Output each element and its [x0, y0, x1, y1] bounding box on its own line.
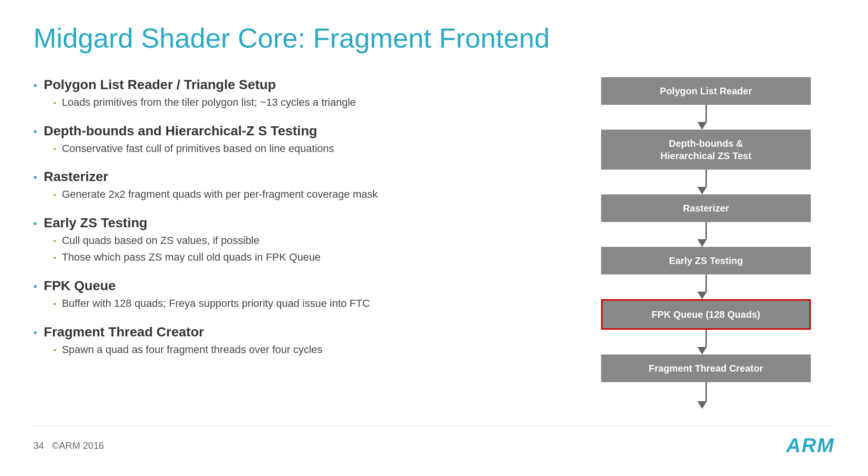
bullet-marker: ▪ [33, 326, 37, 339]
bullet-section-depth: ▪ Depth-bounds and Hierarchical-Z S Test… [33, 123, 558, 156]
arm-logo: ARM [786, 434, 835, 457]
bullet-section-rasterizer: ▪ Rasterizer ▪ Generate 2x2 fragment qua… [33, 169, 558, 202]
connector-arrow [697, 187, 707, 194]
connector-line [705, 105, 707, 122]
main-bullet-polygon: ▪ Polygon List Reader / Triangle Setup [33, 77, 558, 92]
slide-title: Midgard Shader Core: Fragment Frontend [33, 23, 835, 53]
sub-bullet-marker: ▪ [53, 236, 56, 246]
bottom-arrow [701, 382, 711, 409]
diagram: Polygon List Reader Depth-bounds & Hiera… [577, 77, 835, 409]
sub-bullet-fragment-1: ▪ Spawn a quad as four fragment threads … [33, 343, 558, 357]
connector-3 [701, 222, 711, 247]
main-bullet-text: Depth-bounds and Hierarchical-Z S Testin… [44, 123, 317, 139]
copyright: ©ARM 2016 [52, 440, 104, 451]
sub-bullet-rasterizer-1: ▪ Generate 2x2 fragment quads with per p… [33, 187, 558, 202]
connector-line [705, 222, 707, 239]
connector-arrow [697, 347, 707, 354]
sub-bullet-fpk-1: ▪ Buffer with 128 quads; Freya supports … [33, 296, 558, 311]
sub-bullet-polygon-1: ▪ Loads primitives from the tiler polygo… [33, 95, 558, 110]
sub-bullet-text: Those which pass ZS may cull old quads i… [62, 250, 321, 265]
diagram-box-early-zs: Early ZS Testing [601, 247, 811, 274]
sub-bullet-marker: ▪ [53, 345, 56, 355]
main-bullet-early-zs: ▪ Early ZS Testing [33, 215, 558, 231]
connector-arrow [697, 292, 707, 299]
bottom-arrow-head [697, 401, 707, 409]
main-bullet-fpk: ▪ FPK Queue [33, 278, 558, 294]
sub-bullet-early-zs-2: ▪ Those which pass ZS may cull old quads… [33, 250, 558, 265]
connector-arrow [697, 239, 707, 247]
connector-arrow [697, 122, 707, 130]
bullet-marker: ▪ [33, 280, 37, 293]
bullet-section-fragment: ▪ Fragment Thread Creator ▪ Spawn a quad… [33, 324, 558, 357]
bullet-marker: ▪ [33, 217, 37, 230]
bullet-section-early-zs: ▪ Early ZS Testing ▪ Cull quads based on… [33, 215, 558, 265]
diagram-box-depth-bounds: Depth-bounds & Hierarchical ZS Test [601, 130, 811, 170]
sub-bullet-text: Conservative fast cull of primitives bas… [62, 142, 334, 156]
sub-bullet-marker: ▪ [53, 144, 56, 154]
connector-1 [701, 105, 711, 130]
main-bullet-text: FPK Queue [44, 278, 116, 294]
sub-bullet-marker: ▪ [53, 98, 56, 108]
sub-bullet-text: Cull quads based on ZS values, if possib… [62, 233, 260, 248]
bullet-marker: ▪ [33, 79, 37, 91]
bullet-section-fpk: ▪ FPK Queue ▪ Buffer with 128 quads; Fre… [33, 278, 558, 311]
right-column: Polygon List Reader Depth-bounds & Hiera… [577, 72, 835, 426]
main-bullet-text: Early ZS Testing [44, 215, 147, 231]
content-area: ▪ Polygon List Reader / Triangle Setup ▪… [33, 72, 835, 426]
main-bullet-text: Fragment Thread Creator [44, 324, 204, 340]
connector-2 [701, 170, 711, 194]
sub-bullet-text: Loads primitives from the tiler polygon … [62, 95, 356, 110]
sub-bullet-marker: ▪ [53, 253, 56, 263]
bullet-marker: ▪ [33, 125, 37, 138]
connector-4 [701, 274, 711, 299]
main-bullet-fragment: ▪ Fragment Thread Creator [33, 324, 558, 340]
sub-bullet-early-zs-1: ▪ Cull quads based on ZS values, if poss… [33, 233, 558, 248]
footer: 34 ©ARM 2016 ARM [33, 426, 835, 457]
diagram-box-rasterizer: Rasterizer [601, 194, 811, 222]
diagram-box-polygon-list-reader: Polygon List Reader [601, 77, 811, 105]
footer-info: 34 ©ARM 2016 [33, 440, 104, 451]
main-bullet-rasterizer: ▪ Rasterizer [33, 169, 558, 184]
connector-line [705, 330, 707, 347]
bullet-marker: ▪ [33, 171, 37, 183]
left-column: ▪ Polygon List Reader / Triangle Setup ▪… [33, 72, 558, 426]
sub-bullet-text: Buffer with 128 quads; Freya supports pr… [62, 296, 370, 311]
bullet-section-polygon: ▪ Polygon List Reader / Triangle Setup ▪… [33, 77, 558, 110]
connector-5 [701, 330, 711, 354]
diagram-box-fpk-queue: FPK Queue (128 Quads) [601, 299, 811, 330]
main-bullet-text: Rasterizer [44, 169, 108, 184]
sub-bullet-marker: ▪ [53, 190, 56, 200]
slide: Midgard Shader Core: Fragment Frontend ▪… [0, 0, 868, 476]
connector-line [705, 274, 707, 292]
sub-bullet-marker: ▪ [53, 299, 56, 309]
sub-bullet-text: Generate 2x2 fragment quads with per per… [62, 187, 378, 202]
sub-bullet-depth-1: ▪ Conservative fast cull of primitives b… [33, 142, 558, 156]
connector-line [705, 170, 707, 187]
main-bullet-text: Polygon List Reader / Triangle Setup [44, 77, 276, 92]
diagram-box-fragment-thread-creator: Fragment Thread Creator [601, 354, 811, 382]
sub-bullet-text: Spawn a quad as four fragment threads ov… [62, 343, 323, 357]
page-number: 34 [33, 440, 44, 451]
bottom-arrow-line [705, 382, 707, 401]
main-bullet-depth: ▪ Depth-bounds and Hierarchical-Z S Test… [33, 123, 558, 139]
